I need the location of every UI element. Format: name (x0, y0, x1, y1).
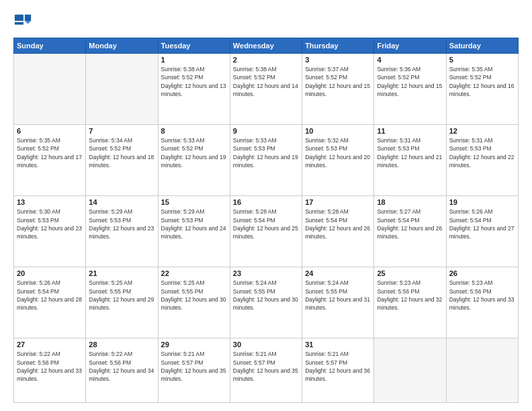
day-info: Sunrise: 5:21 AM Sunset: 5:57 PM Dayligh… (161, 350, 227, 383)
calendar-cell: 24Sunrise: 5:24 AM Sunset: 5:55 PM Dayli… (302, 267, 374, 338)
day-info: Sunrise: 5:23 AM Sunset: 5:56 PM Dayligh… (377, 279, 443, 312)
day-info: Sunrise: 5:25 AM Sunset: 5:55 PM Dayligh… (161, 279, 227, 312)
calendar-cell: 27Sunrise: 5:22 AM Sunset: 5:56 PM Dayli… (14, 338, 86, 403)
day-number: 31 (305, 340, 371, 349)
day-number: 4 (377, 56, 443, 64)
day-number: 12 (449, 127, 515, 135)
header (13, 12, 519, 31)
calendar-cell: 6Sunrise: 5:35 AM Sunset: 5:52 PM Daylig… (14, 125, 86, 196)
day-number: 1 (161, 56, 227, 64)
day-info: Sunrise: 5:28 AM Sunset: 5:54 PM Dayligh… (305, 208, 371, 240)
day-number: 27 (17, 340, 83, 349)
calendar-cell: 5Sunrise: 5:35 AM Sunset: 5:52 PM Daylig… (446, 54, 518, 125)
day-number: 3 (305, 56, 371, 64)
page: SundayMondayTuesdayWednesdayThursdayFrid… (0, 0, 532, 411)
calendar-cell: 23Sunrise: 5:24 AM Sunset: 5:55 PM Dayli… (230, 267, 302, 338)
day-info: Sunrise: 5:37 AM Sunset: 5:52 PM Dayligh… (305, 65, 371, 98)
calendar-cell: 9Sunrise: 5:33 AM Sunset: 5:53 PM Daylig… (230, 125, 302, 196)
day-number: 22 (161, 269, 227, 277)
calendar-table: SundayMondayTuesdayWednesdayThursdayFrid… (13, 38, 519, 403)
calendar-cell: 28Sunrise: 5:22 AM Sunset: 5:56 PM Dayli… (86, 338, 158, 403)
week-row-2: 6Sunrise: 5:35 AM Sunset: 5:52 PM Daylig… (14, 125, 519, 196)
day-info: Sunrise: 5:27 AM Sunset: 5:54 PM Dayligh… (377, 208, 443, 240)
day-info: Sunrise: 5:38 AM Sunset: 5:52 PM Dayligh… (161, 65, 227, 98)
calendar-cell: 4Sunrise: 5:36 AM Sunset: 5:52 PM Daylig… (374, 54, 446, 125)
day-info: Sunrise: 5:32 AM Sunset: 5:53 PM Dayligh… (305, 136, 371, 169)
day-info: Sunrise: 5:31 AM Sunset: 5:53 PM Dayligh… (449, 136, 515, 169)
day-number: 14 (89, 198, 154, 206)
day-info: Sunrise: 5:31 AM Sunset: 5:53 PM Dayligh… (377, 136, 443, 169)
svg-marker-1 (25, 15, 31, 21)
day-info: Sunrise: 5:34 AM Sunset: 5:52 PM Dayligh… (89, 136, 154, 169)
week-row-1: 1Sunrise: 5:38 AM Sunset: 5:52 PM Daylig… (14, 54, 519, 125)
calendar-cell: 21Sunrise: 5:25 AM Sunset: 5:55 PM Dayli… (86, 267, 158, 338)
week-row-3: 13Sunrise: 5:30 AM Sunset: 5:53 PM Dayli… (14, 196, 519, 267)
day-number: 28 (89, 340, 154, 349)
day-info: Sunrise: 5:29 AM Sunset: 5:53 PM Dayligh… (89, 208, 154, 240)
day-number: 26 (449, 269, 515, 277)
day-info: Sunrise: 5:22 AM Sunset: 5:56 PM Dayligh… (17, 350, 83, 383)
day-info: Sunrise: 5:38 AM Sunset: 5:52 PM Dayligh… (233, 65, 299, 98)
weekday-header-saturday: Saturday (446, 38, 518, 54)
calendar-cell (374, 338, 446, 403)
day-number: 17 (305, 198, 371, 206)
calendar-cell: 22Sunrise: 5:25 AM Sunset: 5:55 PM Dayli… (158, 267, 230, 338)
day-info: Sunrise: 5:30 AM Sunset: 5:53 PM Dayligh… (17, 208, 83, 240)
day-info: Sunrise: 5:35 AM Sunset: 5:52 PM Dayligh… (17, 136, 83, 169)
logo (13, 12, 35, 31)
day-number: 7 (89, 127, 154, 135)
week-row-5: 27Sunrise: 5:22 AM Sunset: 5:56 PM Dayli… (14, 338, 519, 403)
day-info: Sunrise: 5:24 AM Sunset: 5:55 PM Dayligh… (233, 279, 299, 312)
day-info: Sunrise: 5:33 AM Sunset: 5:52 PM Dayligh… (161, 136, 227, 169)
calendar-cell: 13Sunrise: 5:30 AM Sunset: 5:53 PM Dayli… (14, 196, 86, 267)
day-info: Sunrise: 5:35 AM Sunset: 5:52 PM Dayligh… (449, 65, 515, 98)
calendar-cell (86, 54, 158, 125)
day-number: 11 (377, 127, 443, 135)
day-number: 19 (449, 198, 515, 206)
day-number: 13 (17, 198, 83, 206)
day-number: 21 (89, 269, 154, 277)
day-number: 5 (449, 56, 515, 64)
svg-rect-3 (15, 15, 24, 21)
calendar-cell: 1Sunrise: 5:38 AM Sunset: 5:52 PM Daylig… (158, 54, 230, 125)
weekday-header-sunday: Sunday (14, 38, 86, 54)
week-row-4: 20Sunrise: 5:26 AM Sunset: 5:54 PM Dayli… (14, 267, 519, 338)
day-info: Sunrise: 5:29 AM Sunset: 5:53 PM Dayligh… (161, 208, 227, 240)
day-number: 29 (161, 340, 227, 349)
weekday-header-monday: Monday (86, 38, 158, 54)
calendar-cell: 8Sunrise: 5:33 AM Sunset: 5:52 PM Daylig… (158, 125, 230, 196)
day-info: Sunrise: 5:23 AM Sunset: 5:56 PM Dayligh… (449, 279, 515, 312)
day-info: Sunrise: 5:26 AM Sunset: 5:54 PM Dayligh… (17, 279, 83, 312)
calendar-cell: 11Sunrise: 5:31 AM Sunset: 5:53 PM Dayli… (374, 125, 446, 196)
day-number: 8 (161, 127, 227, 135)
day-info: Sunrise: 5:26 AM Sunset: 5:54 PM Dayligh… (449, 208, 515, 240)
day-number: 16 (233, 198, 299, 206)
logo-icon (13, 12, 32, 31)
day-number: 6 (17, 127, 83, 135)
day-number: 25 (377, 269, 443, 277)
calendar-cell: 7Sunrise: 5:34 AM Sunset: 5:52 PM Daylig… (86, 125, 158, 196)
calendar-cell: 18Sunrise: 5:27 AM Sunset: 5:54 PM Dayli… (374, 196, 446, 267)
day-number: 23 (233, 269, 299, 277)
day-number: 24 (305, 269, 371, 277)
calendar-cell: 12Sunrise: 5:31 AM Sunset: 5:53 PM Dayli… (446, 125, 518, 196)
calendar-cell: 26Sunrise: 5:23 AM Sunset: 5:56 PM Dayli… (446, 267, 518, 338)
day-info: Sunrise: 5:24 AM Sunset: 5:55 PM Dayligh… (305, 279, 371, 312)
calendar-cell: 16Sunrise: 5:28 AM Sunset: 5:54 PM Dayli… (230, 196, 302, 267)
calendar-cell: 25Sunrise: 5:23 AM Sunset: 5:56 PM Dayli… (374, 267, 446, 338)
calendar-cell: 15Sunrise: 5:29 AM Sunset: 5:53 PM Dayli… (158, 196, 230, 267)
calendar-cell: 19Sunrise: 5:26 AM Sunset: 5:54 PM Dayli… (446, 196, 518, 267)
weekday-header-friday: Friday (374, 38, 446, 54)
day-info: Sunrise: 5:25 AM Sunset: 5:55 PM Dayligh… (89, 279, 154, 312)
calendar-cell: 31Sunrise: 5:21 AM Sunset: 5:57 PM Dayli… (302, 338, 374, 403)
calendar-cell: 17Sunrise: 5:28 AM Sunset: 5:54 PM Dayli… (302, 196, 374, 267)
day-number: 18 (377, 198, 443, 206)
weekday-header-row: SundayMondayTuesdayWednesdayThursdayFrid… (14, 38, 519, 54)
day-number: 15 (161, 198, 227, 206)
calendar-cell: 3Sunrise: 5:37 AM Sunset: 5:52 PM Daylig… (302, 54, 374, 125)
day-number: 10 (305, 127, 371, 135)
day-info: Sunrise: 5:21 AM Sunset: 5:57 PM Dayligh… (305, 350, 371, 383)
weekday-header-tuesday: Tuesday (158, 38, 230, 54)
day-info: Sunrise: 5:28 AM Sunset: 5:54 PM Dayligh… (233, 208, 299, 240)
calendar-cell: 14Sunrise: 5:29 AM Sunset: 5:53 PM Dayli… (86, 196, 158, 267)
